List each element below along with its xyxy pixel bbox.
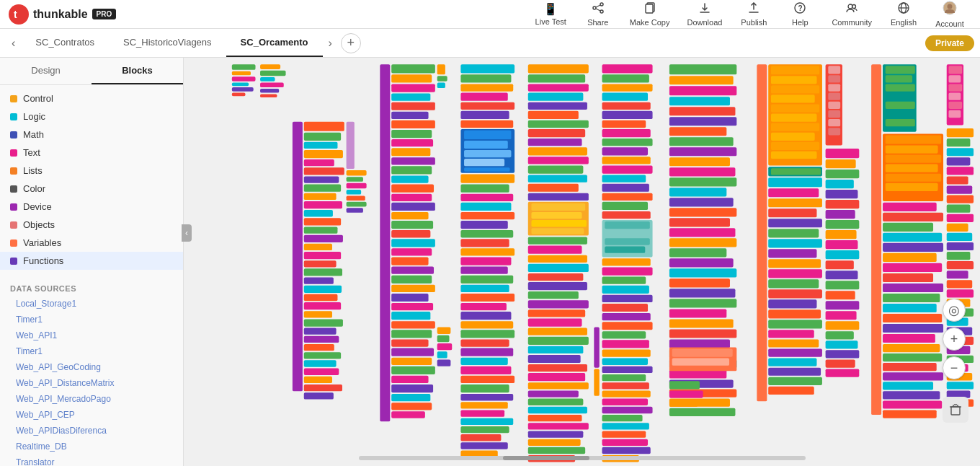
svg-rect-88 <box>391 185 434 193</box>
svg-rect-111 <box>391 394 430 401</box>
svg-rect-58 <box>304 336 339 343</box>
svg-rect-23 <box>232 83 249 87</box>
tab-sc-contratos[interactable]: SC_Contratos <box>21 29 109 57</box>
svg-rect-108 <box>391 366 435 374</box>
svg-rect-82 <box>391 130 432 138</box>
sidebar-sub-geocoding[interactable]: Web_API_GeoCoding <box>0 359 183 375</box>
svg-rect-392 <box>883 263 942 272</box>
locate-button[interactable]: ◎ <box>943 299 966 322</box>
svg-rect-330 <box>768 320 822 328</box>
nav-share[interactable]: Share <box>576 0 620 30</box>
svg-rect-117 <box>437 327 451 334</box>
svg-rect-273 <box>669 188 726 196</box>
nav-help[interactable]: ? Help <box>778 0 821 30</box>
nav-make-copy[interactable]: Make Copy <box>623 0 677 30</box>
sidebar-item-math[interactable]: Math <box>0 126 183 144</box>
tab-sc-orcamento[interactable]: SC_Orcamento <box>226 29 323 57</box>
svg-rect-377 <box>886 110 912 118</box>
svg-rect-331 <box>768 330 814 338</box>
sidebar-item-functions[interactable]: Functions <box>0 252 183 270</box>
svg-rect-35 <box>304 142 338 149</box>
svg-rect-359 <box>826 271 858 279</box>
svg-rect-138 <box>460 203 511 211</box>
svg-rect-364 <box>826 321 860 330</box>
nav-english[interactable]: English <box>882 0 925 30</box>
svg-rect-42 <box>304 201 342 208</box>
sidebar-sub-timer1b[interactable]: Timer1 <box>0 343 183 359</box>
svg-rect-380 <box>886 135 942 144</box>
svg-rect-397 <box>883 314 942 322</box>
svg-rect-421 <box>947 185 972 193</box>
svg-rect-50 <box>304 268 342 276</box>
sidebar-item-color[interactable]: Color <box>0 180 183 198</box>
svg-rect-349 <box>826 170 860 178</box>
svg-rect-20 <box>232 64 256 69</box>
nav-live-test[interactable]: 📱 Live Test <box>528 0 574 29</box>
sidebar-sub-local-storage1[interactable]: Local_Storage1 <box>0 296 183 312</box>
svg-rect-321 <box>768 229 819 237</box>
svg-rect-262 <box>669 76 734 84</box>
svg-rect-428 <box>947 252 971 260</box>
sidebar-item-control[interactable]: Control <box>0 89 183 107</box>
sidebar-sub-mercadopago[interactable]: Web_API_MercadoPago <box>0 391 183 407</box>
zoom-in-button[interactable]: + <box>943 327 966 351</box>
svg-rect-127 <box>460 111 509 119</box>
canvas-scrollbar-thumb[interactable] <box>503 456 589 460</box>
sidebar-sub-timer1a[interactable]: Timer1 <box>0 312 183 327</box>
sidebar-item-text[interactable]: Text <box>0 144 183 162</box>
sidebar-tabs: Design Blocks <box>0 58 183 85</box>
sidebar-tab-design[interactable]: Design <box>0 58 92 84</box>
svg-rect-33 <box>304 122 344 131</box>
svg-rect-114 <box>437 64 445 74</box>
sidebar-sub-web-api1[interactable]: Web_API1 <box>0 327 183 343</box>
sidebar-item-device[interactable]: Device <box>0 198 183 216</box>
delete-button[interactable] <box>943 397 968 423</box>
sidebar-sub-realtimedb[interactable]: Realtime_DB <box>0 439 183 454</box>
tab-next-arrow[interactable]: › <box>323 34 338 53</box>
svg-rect-157 <box>460 376 514 383</box>
svg-rect-31 <box>260 94 277 97</box>
sidebar-collapse-arrow[interactable]: ‹ <box>182 224 192 242</box>
svg-rect-231 <box>605 221 650 229</box>
svg-rect-252 <box>602 407 653 413</box>
sidebar-item-objects[interactable]: Objects <box>0 216 183 234</box>
svg-rect-215 <box>602 84 653 91</box>
nav-community[interactable]: Community <box>824 0 879 30</box>
svg-rect-75 <box>391 64 435 73</box>
nav-download[interactable]: Download <box>680 0 729 30</box>
svg-rect-317 <box>768 188 819 197</box>
svg-rect-161 <box>460 410 504 416</box>
sidebar-sub-diasdiferenca[interactable]: Web_APIDiasDiferenca <box>0 423 183 439</box>
tab-add-button[interactable]: + <box>341 33 361 53</box>
sidebar-item-lists[interactable]: Lists <box>0 162 183 180</box>
svg-rect-401 <box>883 353 942 361</box>
sidebar-item-logic[interactable]: Logic <box>0 107 183 126</box>
canvas[interactable]: ◎ + − <box>184 58 980 466</box>
share-label: Share <box>587 18 608 27</box>
sidebar-sub-cep[interactable]: Web_API_CEP <box>0 407 183 423</box>
tab-sc-historico[interactable]: SC_HistoricoViagens <box>109 29 226 57</box>
canvas-scrollbar[interactable] <box>359 456 806 460</box>
tab-prev-arrow[interactable]: ‹ <box>6 34 21 53</box>
sidebar-sub-distancematrix[interactable]: Web_API_DistanceMatrix <box>0 375 183 391</box>
sidebar-item-variables[interactable]: Variables <box>0 234 183 252</box>
private-badge[interactable]: Private <box>925 35 974 51</box>
svg-rect-112 <box>391 403 432 410</box>
svg-rect-186 <box>531 228 584 234</box>
logo[interactable]: t thunkable PRO <box>9 4 116 25</box>
svg-rect-348 <box>826 159 856 168</box>
zoom-out-button[interactable]: − <box>943 356 966 379</box>
svg-rect-56 <box>304 319 343 326</box>
svg-rect-385 <box>886 183 938 191</box>
data-sources-category: Data Sources <box>0 278 183 296</box>
svg-rect-158 <box>460 384 509 392</box>
svg-rect-372 <box>886 66 915 74</box>
svg-rect-400 <box>883 344 940 352</box>
nav-publish[interactable]: Publish <box>732 0 775 30</box>
svg-rect-387 <box>883 213 943 221</box>
sidebar-sub-translator[interactable]: Translator <box>0 454 183 466</box>
nav-account[interactable]: Account <box>928 0 971 31</box>
svg-rect-184 <box>531 212 582 219</box>
svg-rect-84 <box>391 148 430 156</box>
sidebar-tab-blocks[interactable]: Blocks <box>92 58 183 84</box>
